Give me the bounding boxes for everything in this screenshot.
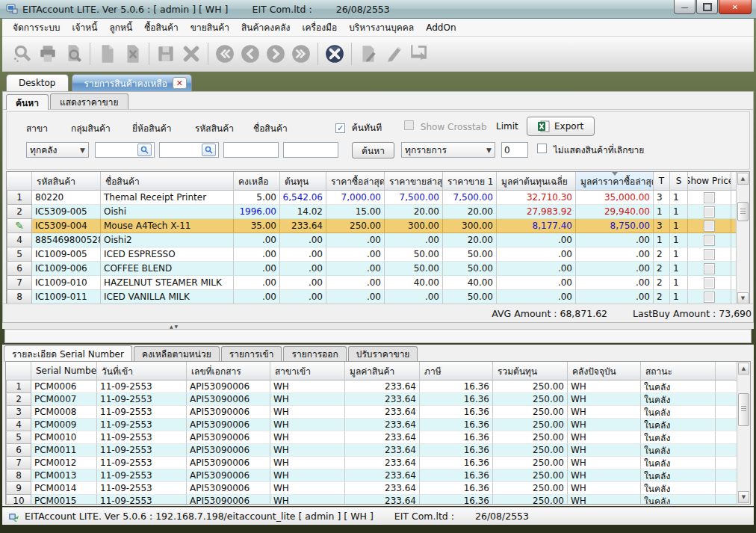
column-header[interactable]: ชื่อสินค้า bbox=[101, 172, 234, 190]
inventory-row[interactable]: 180220Themal Receipt Printer5.006,542.06… bbox=[7, 191, 749, 205]
splitter[interactable]: ▲▼ bbox=[2, 323, 754, 329]
menu-item-6[interactable]: เครื่องมือ bbox=[296, 18, 343, 37]
serial-row[interactable]: 5PCM001011-09-2553API53090006WH233.6416.… bbox=[6, 431, 750, 444]
detail-tab-3[interactable]: รายการออก bbox=[283, 346, 346, 361]
row-number-button[interactable]: 8 bbox=[6, 469, 31, 482]
preview-icon[interactable] bbox=[61, 41, 86, 67]
tab-inventory-report[interactable]: รายการสินค้าคงเหลือ ✕ bbox=[72, 74, 192, 91]
column-header[interactable]: เลขที่เอกสาร bbox=[187, 362, 270, 380]
delete-document-icon[interactable] bbox=[120, 41, 145, 67]
menu-item-5[interactable]: สินค้าคงคลัง bbox=[235, 18, 296, 37]
scroll-down-icon[interactable]: ▼ bbox=[737, 292, 749, 304]
serial-row[interactable]: 9PCM001411-09-2553API53090006WH233.6416.… bbox=[6, 482, 750, 495]
menu-item-8[interactable]: AddOn bbox=[420, 20, 462, 35]
column-header[interactable]: สาขาเข้า bbox=[270, 362, 345, 380]
serial-row[interactable]: 2PCM000711-09-2553API53090006WH233.6416.… bbox=[6, 393, 750, 406]
row-number-button[interactable]: 7 bbox=[6, 457, 31, 469]
row-number-button[interactable]: 2 bbox=[6, 393, 31, 406]
tab-show-sale-price[interactable]: แสดงราคาขาย bbox=[50, 93, 128, 109]
row-number-button[interactable]: ✎ bbox=[7, 219, 32, 233]
detail-tab-4[interactable]: ปรับราคาขาย bbox=[348, 346, 418, 361]
show-price-checkbox[interactable] bbox=[704, 221, 715, 232]
row-number-button[interactable]: 4 bbox=[7, 233, 32, 247]
nav-last-icon[interactable] bbox=[288, 41, 314, 67]
list-filter-select[interactable]: ทุกรายการ▼ bbox=[401, 142, 495, 158]
show-price-checkbox[interactable] bbox=[704, 277, 715, 289]
name-input[interactable] bbox=[283, 142, 338, 158]
column-header[interactable]: สถานะ bbox=[641, 362, 716, 380]
group-lookup-icon[interactable] bbox=[137, 144, 152, 156]
export-button[interactable]: Export bbox=[527, 117, 595, 136]
column-header[interactable]: มูลค่าต้นทุนเฉลี่ย bbox=[497, 172, 576, 190]
row-number-button[interactable]: 1 bbox=[7, 191, 32, 205]
column-header[interactable]: รวมต้นทุน bbox=[493, 362, 568, 380]
tab-desktop[interactable]: Desktop bbox=[6, 74, 69, 91]
row-number-button[interactable]: 6 bbox=[7, 262, 32, 276]
stop-icon[interactable] bbox=[322, 41, 347, 67]
instant-search-checkbox[interactable]: ค้นทันที bbox=[335, 120, 382, 135]
close-tab-icon[interactable]: ✕ bbox=[173, 77, 187, 89]
print-icon[interactable] bbox=[35, 41, 61, 67]
serial-row[interactable]: 3PCM000811-09-2553API53090006WH233.6416.… bbox=[6, 406, 750, 419]
row-number-button[interactable]: 1 bbox=[6, 381, 31, 393]
brand-lookup-icon[interactable] bbox=[202, 144, 216, 156]
column-header[interactable]: ต้นทุน bbox=[280, 172, 326, 190]
nav-next-icon[interactable] bbox=[263, 41, 288, 67]
column-header[interactable]: T bbox=[654, 172, 670, 190]
cancel-icon[interactable] bbox=[179, 41, 204, 67]
scroll-down-icon[interactable]: ▼ bbox=[738, 491, 749, 503]
branch-select[interactable]: ทุกคลัง▼ bbox=[26, 142, 89, 158]
show-price-checkbox[interactable] bbox=[704, 235, 715, 246]
inventory-grid-scrollbar[interactable]: ▲ ▼ bbox=[736, 172, 749, 305]
search-button[interactable]: ค้นหา bbox=[352, 142, 394, 158]
column-header[interactable]: มูลค่าสินค้า bbox=[345, 362, 420, 380]
menu-item-4[interactable]: ขายสินค้า bbox=[185, 18, 235, 37]
inventory-row[interactable]: 5IC1009-005ICED ESPRESSO.00.00.0050.0050… bbox=[7, 247, 749, 262]
inventory-row[interactable]: ✎IC5309-004Mouse A4Tech X-1135.00233.642… bbox=[7, 219, 749, 233]
serial-row[interactable]: 7PCM001211-09-2553API53090006WH233.6416.… bbox=[6, 457, 750, 469]
inventory-row[interactable]: 7IC1009-010HAZELNUT STEAMER MILK.00.00.0… bbox=[7, 276, 749, 290]
save-icon[interactable] bbox=[153, 41, 179, 67]
column-header[interactable]: Serial Number bbox=[31, 362, 97, 380]
instant-search-checkbox-box[interactable] bbox=[335, 123, 345, 133]
column-header[interactable]: ภาษี bbox=[420, 362, 493, 380]
menu-item-1[interactable]: เจ้าหนี้ bbox=[66, 18, 103, 37]
column-header[interactable]: คลังปัจจุบัน bbox=[568, 362, 641, 380]
show-price-checkbox[interactable] bbox=[704, 192, 715, 203]
limit-input[interactable]: 0 bbox=[501, 142, 528, 158]
column-header[interactable]: ราคาขายล่าสุด bbox=[385, 172, 443, 190]
tab-search[interactable]: ค้นหา bbox=[6, 94, 49, 110]
show-price-checkbox[interactable] bbox=[704, 206, 715, 218]
nav-first-icon[interactable] bbox=[212, 41, 238, 67]
edit-icon[interactable] bbox=[356, 41, 381, 67]
group-input[interactable] bbox=[95, 142, 155, 158]
show-price-checkbox[interactable] bbox=[704, 249, 715, 260]
column-header[interactable]: วันที่เข้า bbox=[97, 362, 187, 380]
row-number-button[interactable]: 4 bbox=[6, 419, 31, 431]
row-number-button[interactable]: 8 bbox=[7, 290, 32, 304]
column-header[interactable]: คงเหลือ bbox=[234, 172, 280, 190]
nav-previous-icon[interactable] bbox=[238, 41, 263, 67]
row-number-button[interactable]: 9 bbox=[6, 482, 31, 495]
new-document-icon[interactable] bbox=[94, 41, 120, 67]
row-number-button[interactable]: 7 bbox=[7, 276, 32, 290]
menu-item-3[interactable]: ซื้อสินค้า bbox=[138, 18, 185, 37]
detail-tab-2[interactable]: รายการเข้า bbox=[221, 346, 282, 361]
menu-item-0[interactable]: จัดการระบบ bbox=[7, 18, 66, 37]
row-number-button[interactable]: 5 bbox=[7, 247, 32, 262]
row-number-button[interactable]: 5 bbox=[6, 431, 31, 444]
exit-icon[interactable] bbox=[406, 41, 432, 67]
inventory-row[interactable]: 6IC1009-006COFFEE BLEND.00.00.0050.0050.… bbox=[7, 262, 749, 276]
scroll-up-icon[interactable]: ▲ bbox=[738, 363, 749, 375]
inventory-row[interactable]: 8IC1009-011ICED VANILLA MILK.00.00.00.00… bbox=[7, 290, 749, 304]
scroll-thumb[interactable] bbox=[738, 393, 749, 426]
column-header[interactable]: มูลค่าราคาซื้อล่าสุด bbox=[576, 172, 654, 190]
maximize-button[interactable] bbox=[696, 0, 718, 14]
column-header[interactable]: ราคาซื้อล่าสุด bbox=[326, 172, 385, 190]
hide-discontinued-checkbox-box[interactable] bbox=[537, 144, 547, 153]
detail-tab-0[interactable]: รายละเอียด Serial Number bbox=[4, 345, 132, 362]
code-input[interactable] bbox=[223, 142, 279, 158]
row-number-button[interactable]: 10 bbox=[6, 495, 31, 505]
serial-row[interactable]: 1PCM000611-09-2553API53090006WH233.6416.… bbox=[6, 381, 750, 393]
column-header[interactable]: S bbox=[670, 172, 688, 190]
